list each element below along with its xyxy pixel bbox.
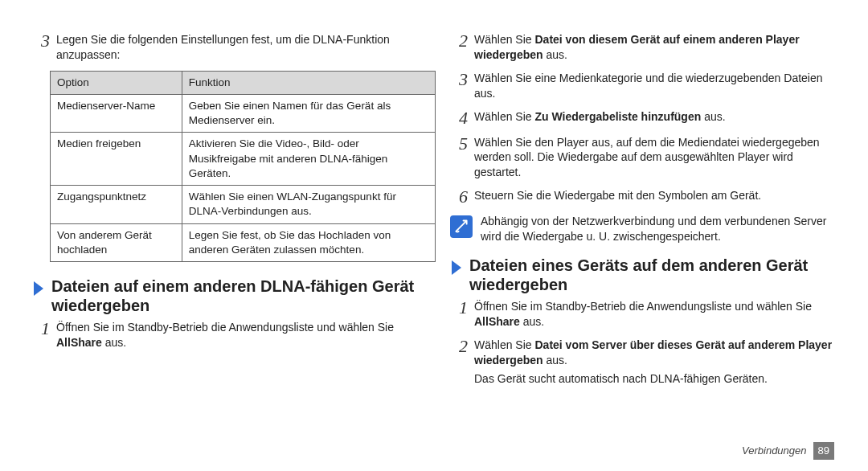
bold-fragment: AllShare xyxy=(474,315,520,328)
note-box: Abhängig von der Netzwerkverbindung und … xyxy=(450,214,836,244)
right-subheading: Dateien eines Geräts auf dem anderen Ger… xyxy=(450,256,836,294)
note-text: Abhängig von der Netzwerkverbindung und … xyxy=(481,214,836,244)
right-b-step-2: 2 Wählen Sie Datei vom Server über diese… xyxy=(450,338,836,387)
text-fragment: Öffnen Sie im Standby-Betrieb die Anwend… xyxy=(474,300,812,313)
subhead-text: Dateien auf einem anderen DLNA-fähigen G… xyxy=(51,276,418,315)
cell-option: Von anderem Gerät hochladen xyxy=(51,223,182,261)
svg-marker-0 xyxy=(34,281,43,296)
chevron-icon xyxy=(450,259,463,276)
subhead-text: Dateien eines Geräts auf dem anderen Ger… xyxy=(469,256,836,294)
text-fragment: aus. xyxy=(520,315,544,328)
right-column: 2 Wählen Sie Datei von diesem Gerät auf … xyxy=(450,32,836,471)
step-text: Öffnen Sie im Standby-Betrieb die Anwend… xyxy=(56,320,418,350)
step-text: Wählen Sie Zu Wiedergabeliste hinzufügen… xyxy=(474,109,836,125)
right-step-5: 5 Wählen Sie den Player aus, auf dem die… xyxy=(450,135,836,181)
step-number: 2 xyxy=(450,32,468,50)
bold-fragment: Zu Wiedergabeliste hinzufügen xyxy=(534,110,701,123)
text-fragment: Öffnen Sie im Standby-Betrieb die Anwend… xyxy=(56,321,394,334)
cell-funktion: Wählen Sie einen WLAN-Zugangspunkt für D… xyxy=(182,186,435,223)
footer: Verbindungen 89 xyxy=(742,442,834,460)
th-option: Option xyxy=(51,71,182,94)
step-text: Steuern Sie die Wiedergabe mit den Symbo… xyxy=(474,188,836,203)
table-row: Zugangspunktnetz Wählen Sie einen WLAN-Z… xyxy=(51,186,436,223)
page: 3 Legen Sie die folgenden Einstellungen … xyxy=(0,0,868,471)
step-number: 4 xyxy=(450,109,468,127)
table-row: Von anderem Gerät hochladen Legen Sie fe… xyxy=(51,223,436,261)
right-b-step-1: 1 Öffnen Sie im Standby-Betrieb die Anwe… xyxy=(450,299,836,330)
table-row: Medienserver-Name Geben Sie einen Namen … xyxy=(51,95,436,133)
right-step-4: 4 Wählen Sie Zu Wiedergabeliste hinzufüg… xyxy=(450,109,836,127)
footer-section: Verbindungen xyxy=(742,444,806,458)
text-fragment: aus. xyxy=(543,48,567,61)
cell-funktion: Geben Sie einen Namen für das Gerät als … xyxy=(182,95,435,133)
left-subheading: Dateien auf einem anderen DLNA-fähigen G… xyxy=(32,276,418,315)
text-fragment: aus. xyxy=(543,354,567,367)
left-step-3: 3 Legen Sie die folgenden Einstellungen … xyxy=(32,32,418,63)
cell-funktion: Aktivieren Sie die Video-, Bild- oder Mu… xyxy=(182,133,435,186)
step-number: 1 xyxy=(450,299,468,317)
step-number: 2 xyxy=(450,338,468,355)
step-text: Öffnen Sie im Standby-Betrieb die Anwend… xyxy=(474,299,836,330)
text-fragment: aus. xyxy=(701,110,725,123)
text-fragment: Wählen Sie xyxy=(474,33,534,46)
cell-option: Zugangspunktnetz xyxy=(51,186,182,223)
step-number: 3 xyxy=(450,71,468,88)
step-text: Wählen Sie den Player aus, auf dem die M… xyxy=(474,135,836,181)
cell-funktion: Legen Sie fest, ob Sie das Hochladen von… xyxy=(182,223,435,261)
table-row: Medien freigeben Aktivieren Sie die Vide… xyxy=(51,133,436,186)
note-icon xyxy=(450,215,473,238)
bold-fragment: AllShare xyxy=(56,336,102,349)
step-text: Wählen Sie eine Medienkategorie und die … xyxy=(474,71,836,101)
cell-option: Medienserver-Name xyxy=(51,95,182,133)
step-number: 1 xyxy=(32,320,50,338)
left-column: 3 Legen Sie die folgenden Einstellungen … xyxy=(32,32,418,471)
svg-marker-1 xyxy=(452,260,461,275)
left-b-step-1: 1 Öffnen Sie im Standby-Betrieb die Anwe… xyxy=(32,320,418,350)
after-text: Das Gerät sucht automatisch nach DLNA-fä… xyxy=(474,371,836,387)
step-number: 5 xyxy=(450,135,468,153)
step-number: 6 xyxy=(450,188,468,206)
text-fragment: Wählen Sie xyxy=(474,338,534,351)
cell-option: Medien freigeben xyxy=(51,133,182,186)
step-text: Wählen Sie Datei vom Server über dieses … xyxy=(474,338,836,387)
right-step-3: 3 Wählen Sie eine Medienkategorie und di… xyxy=(450,71,836,101)
right-step-6: 6 Steuern Sie die Wiedergabe mit den Sym… xyxy=(450,188,836,206)
step-text: Legen Sie die folgenden Einstellungen fe… xyxy=(56,32,418,63)
text-fragment: aus. xyxy=(102,336,126,349)
right-step-2: 2 Wählen Sie Datei von diesem Gerät auf … xyxy=(450,32,836,63)
step-text: Wählen Sie Datei von diesem Gerät auf ei… xyxy=(474,32,836,63)
chevron-icon xyxy=(32,280,45,297)
text-fragment: Wählen Sie xyxy=(474,110,534,123)
step-number: 3 xyxy=(32,32,50,50)
th-funktion: Funktion xyxy=(182,71,435,94)
options-table: Option Funktion Medienserver-Name Geben … xyxy=(50,71,436,262)
footer-page-number: 89 xyxy=(813,442,834,460)
